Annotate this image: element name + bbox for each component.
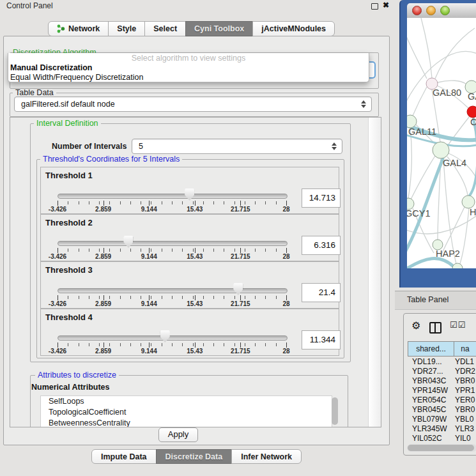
slider-track[interactable] [58,194,288,199]
tab-discretize-data[interactable]: Discretize Data [156,449,233,464]
table-row[interactable]: YDR27...YDR2 [408,367,476,376]
tab-jactivemnodules[interactable]: jActiveMNodules [252,21,335,36]
tab-impute-data[interactable]: Impute Data [91,449,157,464]
table-row[interactable]: YDL19...YDL1 [408,357,476,367]
table-row[interactable]: YBR045CYBR0 [408,405,476,415]
slider-tick-label: -3.426 [40,206,75,213]
network-edge-thick[interactable] [407,259,456,268]
zoom-traffic-light-icon[interactable] [440,6,450,15]
column-header-shared-name[interactable]: shared... [408,341,454,357]
slider-tick-label: 2.859 [86,253,121,260]
cell-name[interactable]: YDL1 [453,357,476,367]
threshold-slider-group: Threshold 4 11.344 -3.4262.8599.14415.43… [40,309,339,356]
slider-tick-label: 2.859 [86,300,121,307]
cell-name[interactable]: YDR2 [453,367,476,376]
cell-shared-name[interactable]: YBR045C [408,405,453,415]
network-node-c[interactable] [467,106,476,118]
network-edge[interactable] [459,208,469,267]
cell-shared-name[interactable]: YER054C [408,395,453,405]
table-hscrollbar-thumb[interactable] [408,445,474,451]
minimize-traffic-light-icon[interactable] [426,6,436,15]
threshold-value-field[interactable]: 11.344 [302,330,341,349]
close-traffic-light-icon[interactable] [412,6,422,15]
tab-cyni-toolbox[interactable]: Cyni Toolbox [185,21,253,36]
slider-tick-label: -3.426 [40,253,75,260]
slider-tick-label: 15.43 [177,253,213,260]
network-window-titlebar [407,3,476,19]
threshold-value-field[interactable]: 14.713 [302,188,341,208]
cell-name[interactable]: YBR0 [453,376,476,386]
slider-handle[interactable] [160,330,170,342]
dropdown-hint: Select algorithm to view settings [8,54,369,63]
attributes-list-scrollbar[interactable] [332,397,338,425]
slider-tick-label: 28 [268,300,304,307]
cell-name[interactable]: YPR1 [453,386,476,395]
attributes-group-title: Attributes to discretize [35,371,119,380]
slider-major-tick [58,295,58,300]
slider-track[interactable] [58,288,288,293]
cell-shared-name[interactable]: YBL079W [408,415,453,424]
tab-infer-network[interactable]: Infer Network [231,449,302,464]
close-icon[interactable]: ✖ [383,1,389,10]
network-edge[interactable] [407,32,427,79]
dropdown-option-equal-width[interactable]: Equal Width/Frequency Discretization [10,73,143,82]
attribute-item-betweennesscentrality[interactable]: BetweennessCentrality [41,418,332,427]
slider-track[interactable] [58,335,288,341]
attribute-item-selfloops[interactable]: SelfLoops [41,396,332,407]
tab-network[interactable]: Network [48,21,109,36]
checkboxes-icon[interactable]: ☑☑ [450,320,466,330]
slider-minor-ticks [58,201,287,204]
cell-name[interactable]: YBR0 [453,405,476,415]
cell-shared-name[interactable]: YPR145W [408,386,453,395]
attribute-item-topologicalcoefficient[interactable]: TopologicalCoefficient [41,407,332,418]
slider-handle[interactable] [123,236,133,248]
column-header-name[interactable]: na [454,341,476,357]
cell-shared-name[interactable]: YDR27... [408,367,453,376]
table-data-combobox[interactable]: galFiltered.sif default node [14,96,372,112]
slider-handle[interactable] [185,188,194,201]
cell-shared-name[interactable]: YIL052C [408,434,453,442]
network-node-gal4[interactable] [433,142,449,158]
threshold-value-field[interactable]: 6.316 [302,236,341,255]
apply-button[interactable]: Apply [158,427,198,442]
cell-shared-name[interactable]: YLR345W [408,424,453,434]
scrollpane-scrollbar-track[interactable] [368,118,381,427]
slider-handle[interactable] [233,283,243,295]
cell-name[interactable]: YLR3 [453,424,476,434]
network-edge[interactable] [408,128,411,198]
float-window-icon[interactable] [371,3,378,10]
cell-shared-name[interactable]: YDL19... [408,357,453,367]
tab-select[interactable]: Select [144,21,186,36]
cell-shared-name[interactable]: YBR043C [408,376,453,386]
network-node[interactable] [452,263,463,268]
cell-name[interactable]: YER0 [453,395,476,405]
columns-icon[interactable] [429,322,441,334]
gear-icon[interactable]: ⚙ [411,319,420,332]
threshold-label: Threshold 2 [45,218,93,227]
network-edge[interactable] [438,81,466,84]
tab-style[interactable]: Style [108,21,145,36]
slider-track[interactable] [58,241,288,246]
number-of-intervals-spinner[interactable]: 5 [132,139,342,154]
network-node-gal11[interactable] [407,115,417,128]
table-row[interactable]: YBL079WYBL0 [408,415,476,424]
table-row[interactable]: YPR145WYPR1 [408,386,476,395]
number-of-intervals-value: 5 [139,142,143,151]
numerical-attributes-list[interactable]: SelfLoopsTopologicalCoefficientBetweenne… [40,395,332,427]
cell-name[interactable]: YBL0 [453,415,476,424]
network-node-h[interactable] [462,196,475,208]
slider-tick-label: -3.426 [40,300,75,307]
slider-tick-label: 15.43 [177,300,213,307]
cell-name[interactable]: YIL0 [453,434,476,442]
table-row[interactable]: YLR345WYLR3 [408,424,476,434]
table-hscrollbar-track[interactable] [407,444,476,452]
threshold-value-field[interactable]: 21.4 [302,283,341,302]
dropdown-option-manual[interactable]: Manual Discretization [10,63,93,72]
tab-label: Infer Network [241,452,292,461]
network-edge-thick[interactable] [470,119,476,196]
network-view-canvas[interactable]: GAL80GACGAL11GAL4GCY1HHAP2 [407,18,476,268]
table-row[interactable]: YIL052CYIL0 [408,434,476,442]
table-row[interactable]: YBR043CYBR0 [408,376,476,386]
network-edge[interactable] [413,87,427,116]
table-row[interactable]: YER054CYER0 [408,395,476,405]
